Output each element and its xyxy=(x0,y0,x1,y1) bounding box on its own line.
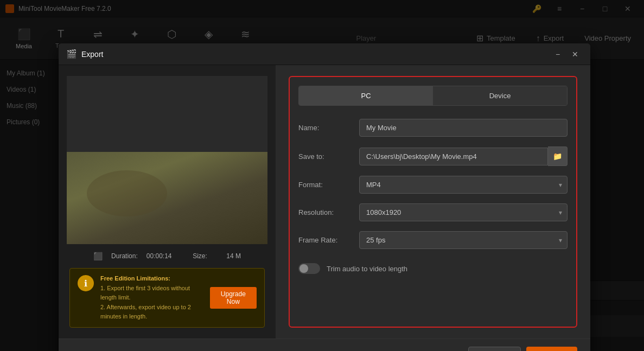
path-wrapper: 📁 xyxy=(359,146,568,166)
format-select[interactable]: MP4 AVI MOV WMV xyxy=(359,176,568,194)
name-label: Name: xyxy=(298,124,353,132)
form-row-format: Format: MP4 AVI MOV WMV ▾ xyxy=(298,176,568,194)
dialog-body: ⬛ Duration: 00:00:14 Size: 14 M ℹ Free E… xyxy=(59,65,590,339)
dialog-settings: PC Device Name: Save to: 📁 xyxy=(276,65,590,339)
size-label: Size: xyxy=(193,252,207,260)
browse-button[interactable]: 📁 xyxy=(548,146,568,166)
resolution-select-wrapper: 1080x1920 1920x1080 1280x720 720x480 ▾ xyxy=(359,203,568,221)
upgrade-now-button[interactable]: Upgrade Now xyxy=(210,287,257,309)
export-dialog: 🎬 Export − ✕ ⬛ Duration: 00:00:14 xyxy=(59,43,590,351)
trim-audio-toggle[interactable] xyxy=(298,263,320,274)
name-input[interactable] xyxy=(359,119,568,137)
size-value: 14 M xyxy=(226,252,241,260)
trim-audio-label: Trim audio to video length xyxy=(327,265,407,273)
frame-rate-select[interactable]: 25 fps 30 fps 60 fps 24 fps xyxy=(359,231,568,249)
export-dialog-icon: 🎬 xyxy=(66,49,77,59)
resolution-label: Resolution: xyxy=(298,208,353,216)
save-to-input[interactable] xyxy=(359,148,548,165)
dialog-preview-bottom xyxy=(67,152,267,245)
settings-highlight: PC Device Name: Save to: 📁 xyxy=(289,76,577,328)
modal-overlay: 🎬 Export − ✕ ⬛ Duration: 00:00:14 xyxy=(0,0,644,351)
dialog-close-button[interactable]: ✕ xyxy=(568,48,583,61)
form-row-save-to: Save to: 📁 xyxy=(298,146,568,166)
save-to-label: Save to: xyxy=(298,152,353,161)
settings-button[interactable]: Settings xyxy=(468,347,521,351)
form-row-frame-rate: Frame Rate: 25 fps 30 fps 60 fps 24 fps … xyxy=(298,231,568,249)
export-button[interactable]: Export xyxy=(526,347,577,351)
duration-label: Duration: xyxy=(111,252,138,260)
export-tabs: PC Device xyxy=(298,86,568,106)
dialog-header-controls: − ✕ xyxy=(550,48,583,61)
resolution-select[interactable]: 1080x1920 1920x1080 1280x720 720x480 xyxy=(359,203,568,221)
dialog-info-row: ⬛ Duration: 00:00:14 Size: 14 M xyxy=(93,252,241,260)
frame-rate-select-wrapper: 25 fps 30 fps 60 fps 24 fps ▾ xyxy=(359,231,568,249)
format-label: Format: xyxy=(298,181,353,189)
export-tab-device[interactable]: Device xyxy=(433,86,567,105)
dialog-preview-image xyxy=(67,76,267,244)
dialog-header: 🎬 Export − ✕ xyxy=(59,43,590,65)
dialog-minimize-button[interactable]: − xyxy=(550,48,565,61)
export-dialog-title: Export xyxy=(81,50,546,59)
warning-title: Free Edition Limitations: xyxy=(100,274,203,284)
warning-line1: 1. Export the first 3 videos without len… xyxy=(100,284,203,303)
format-select-wrapper: MP4 AVI MOV WMV ▾ xyxy=(359,176,568,194)
form-row-name: Name: xyxy=(298,119,568,137)
warning-text: Free Edition Limitations: 1. Export the … xyxy=(100,274,203,322)
dialog-preview: ⬛ Duration: 00:00:14 Size: 14 M ℹ Free E… xyxy=(59,65,276,339)
dialog-footer: Settings Export xyxy=(59,339,590,351)
export-tab-pc[interactable]: PC xyxy=(299,86,433,105)
trim-audio-row: Trim audio to video length xyxy=(298,263,568,274)
warning-banner: ℹ Free Edition Limitations: 1. Export th… xyxy=(69,268,265,328)
warning-icon: ℹ xyxy=(78,275,94,291)
dialog-preview-top xyxy=(67,76,267,152)
duration-icon: ⬛ xyxy=(93,252,103,260)
warning-line2: 2. Afterwards, export video up to 2 minu… xyxy=(100,303,203,322)
duration-value: 00:00:14 xyxy=(146,252,172,260)
frame-rate-label: Frame Rate: xyxy=(298,236,353,244)
form-row-resolution: Resolution: 1080x1920 1920x1080 1280x720… xyxy=(298,203,568,221)
